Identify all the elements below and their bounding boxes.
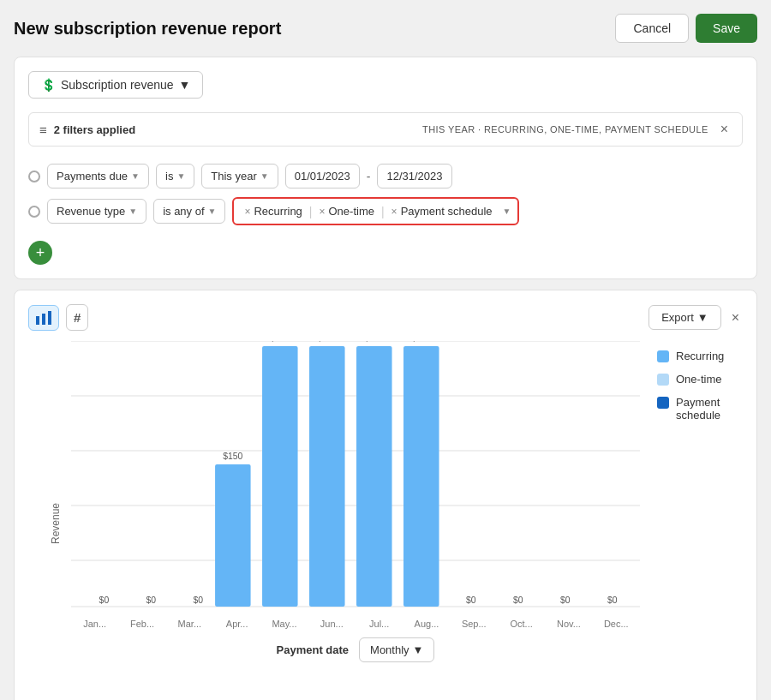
legend-payment-schedule: Payment schedule (657, 396, 743, 422)
date-from-input[interactable]: 01/01/2023 (285, 164, 360, 188)
is-operator-dropdown[interactable]: is ▼ (156, 164, 194, 188)
hash-icon: # (74, 310, 81, 325)
tag-recurring-remove[interactable]: × (244, 206, 250, 218)
filters-count: 2 filters applied (54, 123, 135, 136)
x-label-jun: Jun... (308, 619, 356, 629)
this-year-label: This year (211, 170, 256, 182)
legend-label-one-time: One-time (676, 373, 721, 386)
x-label-oct: Oct... (498, 619, 545, 629)
monthly-chevron: ▼ (413, 643, 424, 656)
header-buttons: Cancel Save (615, 14, 757, 43)
x-label-sep: Sep... (451, 619, 498, 629)
svg-rect-17 (215, 464, 251, 607)
filter-rows: Payments due ▼ is ▼ This year ▼ 01/01/20… (28, 157, 743, 237)
chart-body: Revenue $280 $210 $140 $70 (28, 341, 743, 700)
filter-icon: ≡ (39, 123, 47, 137)
x-label-mar: Mar... (166, 619, 213, 629)
chart-toolbar-right: Export ▼ × (648, 305, 743, 330)
date-from-value: 01/01/2023 (295, 170, 350, 182)
filters-bar: ≡ 2 filters applied THIS YEAR · RECURRIN… (28, 112, 743, 147)
x-label-may: May... (260, 619, 308, 629)
page-title: New subscription revenue report (14, 19, 281, 39)
svg-rect-2 (48, 311, 51, 325)
tag-recurring-label: Recurring (254, 205, 302, 218)
chevron-down-icon: ▼ (176, 171, 185, 181)
bar-chart-toggle[interactable] (28, 305, 59, 331)
tag-payment-schedule: × Payment schedule (388, 203, 496, 219)
svg-text:$0: $0 (607, 595, 618, 605)
monthly-label: Monthly (370, 643, 409, 656)
tags-chevron: ▼ (503, 206, 511, 216)
x-label-jan: Jan... (71, 619, 118, 629)
payments-due-label: Payments due (57, 170, 128, 182)
y-axis-label: Revenue (50, 502, 62, 543)
filter-row-2: Revenue type ▼ is any of ▼ × Recurring |… (28, 197, 743, 225)
svg-text:$0: $0 (99, 595, 110, 605)
save-button[interactable]: Save (696, 14, 757, 43)
export-label: Export (661, 311, 694, 324)
monthly-dropdown[interactable]: Monthly ▼ (359, 637, 434, 662)
chart-card: # Export ▼ × Revenue (14, 290, 757, 700)
chevron-down-icon: ▼ (260, 171, 269, 181)
date-to-value: 12/31/2023 (386, 170, 442, 182)
tag-one-time-label: One-time (329, 205, 374, 218)
svg-rect-21 (309, 346, 345, 607)
svg-text:$0: $0 (146, 595, 157, 605)
is-any-of-dropdown[interactable]: is any of ▼ (153, 199, 225, 224)
x-label-nov: Nov... (545, 619, 592, 629)
cancel-button[interactable]: Cancel (615, 14, 689, 43)
subscription-icon: 💲 (41, 78, 56, 92)
legend-recurring: Recurring (657, 350, 743, 362)
svg-rect-19 (262, 346, 298, 607)
tag-payment-schedule-remove[interactable]: × (391, 206, 397, 218)
table-toggle[interactable]: # (66, 304, 88, 331)
tag-one-time: × One-time (315, 203, 377, 219)
is-any-of-label: is any of (163, 205, 204, 218)
payments-due-dropdown[interactable]: Payments due ▼ (47, 164, 149, 188)
tag-divider-2: | (381, 205, 385, 218)
x-label-apr: Apr... (213, 619, 260, 629)
svg-text:$275: $275 (364, 341, 384, 343)
svg-text:$0: $0 (560, 595, 571, 605)
legend-one-time: One-time (657, 373, 743, 386)
revenue-type-label: Revenue type (57, 205, 125, 218)
svg-text:$0: $0 (513, 595, 523, 605)
x-label-jul: Jul... (356, 619, 403, 629)
legend-label-recurring: Recurring (676, 350, 724, 362)
svg-text:$275: $275 (317, 341, 337, 343)
chart-legend: Recurring One-time Payment schedule (640, 341, 743, 700)
legend-color-payment-schedule (657, 397, 669, 409)
filter-row-1-radio[interactable] (28, 171, 40, 182)
chart-toolbar: # Export ▼ × (28, 304, 743, 331)
export-button[interactable]: Export ▼ (648, 305, 720, 330)
filter-tags: × Recurring | × One-time | × Payment sch… (232, 197, 519, 225)
filter-row-1: Payments due ▼ is ▼ This year ▼ 01/01/20… (28, 164, 743, 188)
chevron-down-icon: ▼ (131, 171, 140, 181)
bottom-controls: Payment date Monthly ▼ (71, 637, 640, 662)
subscription-selector[interactable]: 💲 Subscription revenue ▼ (28, 71, 203, 99)
svg-text:$0: $0 (466, 595, 476, 605)
add-filter-button[interactable]: + (28, 241, 52, 265)
subscription-label: Subscription revenue (61, 78, 174, 92)
svg-rect-1 (42, 314, 45, 325)
tag-divider-1: | (309, 205, 313, 218)
revenue-type-dropdown[interactable]: Revenue type ▼ (47, 199, 146, 224)
svg-text:$275: $275 (270, 341, 290, 343)
filters-card: 💲 Subscription revenue ▼ ≡ 2 filters app… (14, 57, 757, 279)
filter-row-2-radio[interactable] (28, 206, 40, 218)
svg-text:$150: $150 (223, 452, 242, 461)
tag-one-time-remove[interactable]: × (319, 206, 325, 218)
chart-close-button[interactable]: × (728, 308, 743, 327)
svg-rect-0 (36, 316, 39, 325)
x-axis-labels: Jan... Feb... Mar... Apr... May... Jun..… (71, 619, 640, 629)
chevron-down-icon: ▼ (128, 206, 137, 216)
filters-close-button[interactable]: × (717, 120, 732, 139)
svg-text:$0: $0 (194, 595, 204, 605)
tag-payment-schedule-label: Payment schedule (401, 205, 493, 218)
legend-color-recurring (657, 350, 669, 362)
svg-rect-25 (403, 346, 439, 607)
bar-chart-svg: $280 $210 $140 $70.0 $0 $0 $0 $0 (71, 341, 640, 615)
date-to-input[interactable]: 12/31/2023 (377, 164, 451, 188)
this-year-dropdown[interactable]: This year ▼ (201, 164, 278, 188)
is-label: is (165, 170, 173, 182)
